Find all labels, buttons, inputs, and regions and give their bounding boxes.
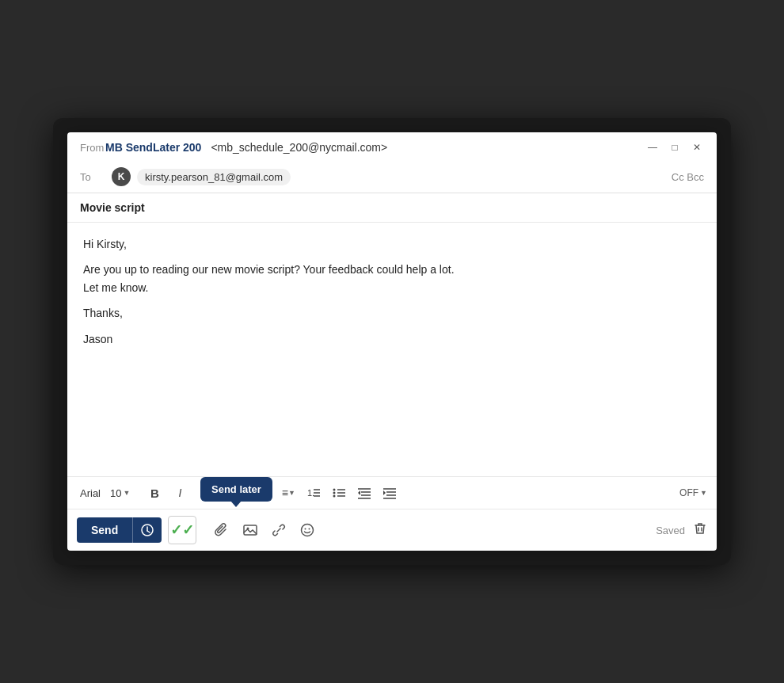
align-button[interactable]: ≡ ▼ (277, 482, 299, 504)
svg-line-20 (147, 531, 150, 532)
svg-point-23 (302, 525, 314, 536)
from-email: <mb_schedule_200@nycmail.com> (211, 141, 387, 154)
font-family-select[interactable]: Arial (77, 486, 104, 501)
svg-point-6 (333, 495, 336, 498)
svg-point-4 (333, 489, 336, 491)
font-size-select[interactable]: 10 ▼ (107, 486, 133, 501)
to-label: To (80, 171, 105, 183)
send-later-button[interactable] (132, 517, 162, 543)
bottom-bar: Send later Send ✓✓ (67, 509, 717, 551)
check-button[interactable]: ✓✓ (168, 516, 196, 544)
ordered-list-button[interactable]: 1. (303, 482, 325, 504)
image-icon (243, 523, 257, 537)
formatting-toolbar: Arial 10 ▼ B I U A ▼ A ▼ ≡ ▼ (67, 476, 717, 509)
unordered-list-icon (333, 486, 345, 499)
indent-icon (358, 486, 371, 499)
off-badge: OFF ▼ (679, 487, 707, 498)
saved-label: Saved (656, 525, 685, 536)
to-email-chip[interactable]: kirsty.pearson_81@gmail.com (137, 169, 291, 185)
to-section: To K kirsty.pearson_81@gmail.com Cc Bcc (67, 161, 717, 193)
subject-field[interactable]: Movie script (67, 193, 717, 223)
svg-point-25 (309, 528, 310, 530)
link-button[interactable] (266, 517, 291, 543)
title-bar: From MB SendLater 200 <mb_schedule_200@n… (67, 132, 717, 161)
cc-bcc-button[interactable]: Cc Bcc (672, 171, 704, 183)
email-body[interactable]: Hi Kirsty, Are you up to reading our new… (67, 223, 717, 476)
body-thanks: Thanks, (83, 304, 701, 322)
body-signature: Jason (83, 330, 701, 348)
italic-button[interactable]: I (169, 482, 191, 504)
outdent-icon (383, 486, 396, 499)
bold-button[interactable]: B (143, 482, 166, 504)
ordered-list-icon: 1. (307, 486, 320, 499)
off-chevron: ▼ (700, 489, 707, 497)
svg-point-5 (333, 492, 336, 494)
font-size-chevron: ▼ (123, 489, 130, 497)
delete-button[interactable] (693, 521, 707, 539)
avatar: K (112, 167, 131, 186)
send-button-group: Send (77, 517, 162, 543)
from-label: From (80, 142, 105, 154)
image-button[interactable] (238, 517, 263, 543)
saved-area: Saved (656, 521, 707, 539)
align-chevron: ▼ (288, 489, 295, 497)
clock-icon (141, 524, 154, 536)
svg-text:1.: 1. (307, 488, 314, 498)
minimize-button[interactable]: — (645, 140, 660, 155)
window-controls: — □ ✕ (645, 140, 704, 155)
send-button[interactable]: Send (77, 517, 132, 543)
maximize-button[interactable]: □ (668, 140, 682, 155)
svg-point-24 (305, 528, 306, 530)
email-compose-window: From MB SendLater 200 <mb_schedule_200@n… (67, 132, 717, 551)
body-greeting: Hi Kirsty, (83, 235, 701, 253)
unordered-list-button[interactable] (328, 482, 350, 504)
attach-button[interactable] (209, 517, 234, 543)
indent-button[interactable] (353, 482, 375, 504)
link-icon (272, 523, 286, 537)
bottom-icons (209, 517, 320, 543)
body-paragraph1: Are you up to reading our new movie scri… (83, 261, 701, 296)
emoji-icon (300, 523, 314, 537)
outdent-button[interactable] (379, 482, 401, 504)
check-icon: ✓✓ (170, 521, 194, 539)
emoji-button[interactable] (295, 517, 320, 543)
to-row: To K kirsty.pearson_81@gmail.com Cc Bcc (80, 161, 704, 193)
attach-icon (215, 523, 229, 537)
close-button[interactable]: ✕ (690, 140, 704, 155)
from-name: MB SendLater 200 (105, 141, 201, 154)
send-later-tooltip: Send later (200, 477, 272, 502)
trash-icon (693, 521, 707, 536)
